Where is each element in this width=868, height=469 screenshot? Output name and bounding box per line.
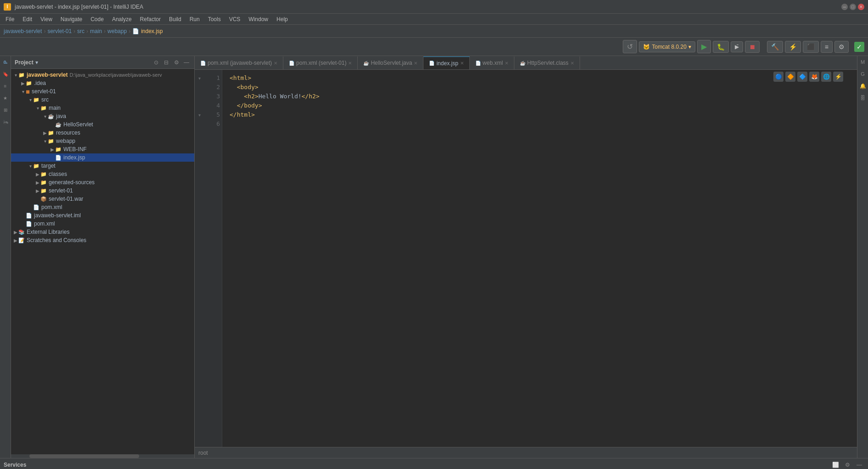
bottom-panel-header: Services ⬜ ⚙ — [0, 458, 868, 469]
tree-item-webapp[interactable]: ▾ 📁 webapp [11, 137, 194, 145]
tab-close-pom-javaweb[interactable]: ✕ [274, 61, 277, 66]
run-with-coverage[interactable]: ▶̄ [731, 41, 743, 52]
tomcat-selector[interactable]: 🐱 Tomcat 8.0.20 ▾ [639, 41, 695, 52]
project-collapse-icon[interactable]: ⊟ [162, 58, 170, 67]
tree-item-indexjsp[interactable]: ▶ 📄 index.jsp [11, 153, 194, 162]
menu-analyze[interactable]: Analyze [108, 15, 135, 23]
tab-helloservlet[interactable]: ☕ HelloServlet.java ✕ [358, 57, 423, 69]
minimize-button[interactable]: ─ [841, 4, 848, 10]
menu-code[interactable]: Code [87, 15, 107, 23]
menu-view[interactable]: View [37, 15, 56, 23]
menu-edit[interactable]: Edit [19, 15, 36, 23]
stop-button[interactable]: ⏹ [745, 41, 760, 53]
tree-item-scratches[interactable]: ▶ 📝 Scratches and Consoles [11, 236, 194, 244]
tab-close-pom-servlet[interactable]: ✕ [348, 61, 352, 66]
panel-expand-icon[interactable]: ⬜ [830, 460, 840, 469]
terminal-button[interactable]: ⬛ [803, 41, 819, 53]
tree-item-resources[interactable]: ▶ 📁 resources [11, 129, 194, 137]
close-button[interactable]: ✕ [858, 4, 864, 10]
browser3-icon[interactable]: 🔷 [797, 72, 807, 82]
tree-item-target[interactable]: ▾ 📁 target [11, 162, 194, 170]
structure-icon[interactable]: ≡ [1, 82, 10, 90]
tab-close-webxml[interactable]: ✕ [505, 61, 508, 66]
menu-run[interactable]: Run [186, 15, 203, 23]
bookmark-icon[interactable]: 🔖 [1, 70, 10, 78]
run-button[interactable]: ▶ [697, 40, 711, 53]
firefox-icon[interactable]: 🦊 [809, 72, 819, 82]
ant-icon[interactable]: 🐜 [1, 118, 10, 126]
tree-item-pom-root[interactable]: ▶ 📄 pom.xml [11, 220, 194, 228]
tree-item-ext-libs[interactable]: ▶ 📚 External Libraries [11, 228, 194, 236]
project-sync-icon[interactable]: ⊙ [152, 58, 160, 67]
edge-icon[interactable]: 🌐 [821, 72, 831, 82]
gutter-fold-5[interactable]: ▾ [195, 110, 204, 119]
bottom-panel: Services ⬜ ⚙ — ▶ ⏹ ↺ ▽ ★ ↺ ≡ ⇅ ⊞ ▽ + [0, 458, 868, 469]
tree-item-iml[interactable]: ▶ 📄 javaweb-servlet.iml [11, 211, 194, 220]
tree-item-idea[interactable]: ▶ 📁 .idea [11, 79, 194, 87]
editor-tabs: 📄 pom.xml (javaweb-servlet) ✕ 📄 pom.xml … [195, 56, 857, 70]
breadcrumb-bar: javaweb-servlet › servlet-01 › src › mai… [0, 25, 868, 38]
tab-close-helloservlet[interactable]: ✕ [414, 61, 417, 66]
menu-file[interactable]: File [2, 15, 18, 23]
tree-item-servlet01-target[interactable]: ▶ 📁 servlet-01 [11, 186, 194, 195]
tree-item-war[interactable]: ▶ 📦 servlet-01.war [11, 195, 194, 203]
tree-item-classes[interactable]: ▶ 📁 classes [11, 170, 194, 178]
tree-item-pom-servlet[interactable]: ▶ 📄 pom.xml [11, 203, 194, 211]
gradle-icon[interactable]: G [859, 70, 867, 78]
menu-window[interactable]: Window [245, 15, 272, 23]
menu-navigate[interactable]: Navigate [57, 15, 86, 23]
tree-item-root[interactable]: ▾ 📁 javaweb-servlet D:\java_workplace\ja… [11, 71, 194, 79]
panel-hide-icon[interactable]: — [854, 460, 864, 469]
build-button[interactable]: 🔨 [767, 41, 783, 53]
maven-icon[interactable]: M [859, 58, 867, 66]
tab-close-httpservlet[interactable]: ✕ [570, 61, 574, 66]
tree-item-servlet01[interactable]: ▾ ◼ servlet-01 [11, 87, 194, 96]
chrome-icon[interactable]: 🔵 [773, 72, 783, 82]
tab-close-indexjsp[interactable]: ✕ [460, 61, 464, 66]
run-anything[interactable]: ⚡ [785, 41, 801, 53]
code-line-5: </html> [230, 110, 850, 119]
tree-item-generated-sources[interactable]: ▶ 📁 generated-sources [11, 178, 194, 186]
tab-webxml[interactable]: 📄 web.xml ✕ [470, 57, 514, 69]
settings-button[interactable]: ⚙ [834, 41, 849, 53]
breadcrumb-webapp[interactable]: webapp [107, 28, 127, 34]
breadcrumb-module[interactable]: servlet-01 [47, 28, 72, 34]
notifications-icon[interactable]: 🔔 [859, 82, 867, 90]
menu-build[interactable]: Build [165, 15, 185, 23]
browser2-icon[interactable]: 🔶 [785, 72, 795, 82]
tree-item-main[interactable]: ▾ 📁 main [11, 104, 194, 112]
breadcrumb-project[interactable]: javaweb-servlet [4, 28, 42, 34]
left-icons-panel: P 🔖 ≡ ★ ⊞ 🐜 [0, 56, 11, 458]
tree-item-src[interactable]: ▾ 📁 src [11, 96, 194, 104]
code-line-1: <html> [230, 73, 850, 83]
tab-indexjsp[interactable]: 📄 index.jsp ✕ [423, 57, 469, 69]
tab-pom-servlet[interactable]: 📄 pom.xml (servlet-01) ✕ [283, 57, 358, 69]
menu-help[interactable]: Help [273, 15, 292, 23]
breadcrumb-main[interactable]: main [90, 28, 102, 34]
tab-httpservlet[interactable]: ☕ HttpServlet.class ✕ [514, 57, 580, 69]
tab-pom-javaweb[interactable]: 📄 pom.xml (javaweb-servlet) ✕ [195, 57, 283, 69]
code-editor[interactable]: <html> <body> <h2>Hello World!</h2> </bo… [222, 70, 857, 447]
project-settings-icon[interactable]: ⚙ [172, 58, 180, 67]
breadcrumb-src[interactable]: src [77, 28, 85, 34]
structure-button[interactable]: ≡ [821, 41, 833, 53]
tree-item-java[interactable]: ▾ ☕ java [11, 112, 194, 120]
gutter-fold-1[interactable]: ▾ [195, 73, 204, 83]
database-icon[interactable]: 🗄 [859, 94, 867, 102]
panel-settings-icon[interactable]: ⚙ [842, 460, 852, 469]
run-config-reload[interactable]: ↺ [623, 40, 637, 53]
breadcrumb-file[interactable]: 📄index.jsp [132, 28, 163, 34]
tree-item-helloservlet[interactable]: ▶ ☕ HelloServlet [11, 120, 194, 129]
browser6-icon[interactable]: ⚡ [833, 72, 843, 82]
browser-icons: 🔵 🔶 🔷 🦊 🌐 ⚡ [773, 72, 843, 82]
maximize-button[interactable]: □ [850, 4, 856, 10]
favorites-icon[interactable]: ★ [1, 94, 10, 102]
menu-tools[interactable]: Tools [204, 15, 225, 23]
hierarchy-icon[interactable]: ⊞ [1, 106, 10, 114]
project-hide-icon[interactable]: — [182, 58, 191, 67]
menu-refactor[interactable]: Refactor [136, 15, 164, 23]
menu-vcs[interactable]: VCS [225, 15, 244, 23]
tree-item-webinf[interactable]: ▶ 📁 WEB-INF [11, 145, 194, 153]
debug-button[interactable]: 🐛 [713, 41, 729, 53]
project-icon[interactable]: P [1, 58, 10, 66]
